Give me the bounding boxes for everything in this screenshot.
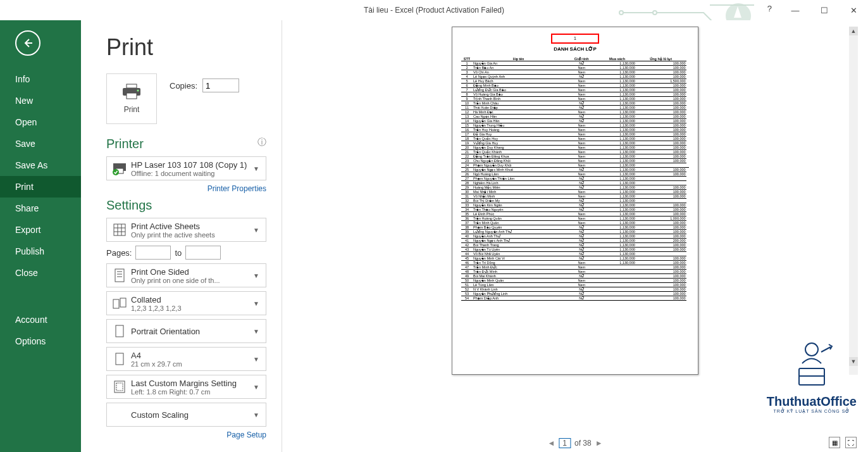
svg-rect-5: [127, 93, 137, 99]
collate-icon: [111, 294, 128, 312]
print-scope-select[interactable]: Print Active SheetsOnly print the active…: [106, 218, 266, 242]
back-button[interactable]: [15, 30, 40, 56]
table-row: 39Lương Nguyễn Anh ThưNữ1,130,000100,000: [461, 230, 689, 234]
collate-select[interactable]: Collated1,2,3 1,2,3 1,2,3 ▼: [106, 291, 266, 315]
table-row: 47Trần Minh ĐứcNam100,000: [461, 265, 689, 270]
table-row: 52N V Khánh LinhNữ100,000: [461, 287, 689, 292]
table-row: 54Phạm Diệp AnhNữ100,000: [461, 296, 689, 301]
table-row: 31Vũ Nhật MinhNam1,130,000100,000: [461, 194, 689, 199]
page-navigator: ◄ 1 of 38 ►: [547, 438, 602, 448]
table-row: 21Trần Quốc KhánhNam1,130,000100,000: [461, 150, 689, 154]
table-row: 43Nguyễn Tú UyênNữ1,130,000100,000: [461, 248, 689, 252]
table-row: 2Trần Bảo AnNam1,130,000100,000: [461, 66, 689, 70]
print-preview: 1 DANH SÁCH LỚP STTHọ tênGiới tínhMua sá…: [282, 20, 868, 452]
table-row: 25Nguyễn Ngọc Minh KhuêNữ1,130,000100,00…: [461, 168, 689, 172]
sidebar-item-publish[interactable]: Publish: [0, 241, 81, 262]
sidebar-item-new[interactable]: New: [0, 90, 81, 111]
table-row: 32Bùi Thị Diễm MyNữ1,130,000: [461, 199, 689, 203]
printer-heading: Printer: [106, 137, 266, 151]
sidebar-item-options[interactable]: Options: [0, 330, 81, 352]
pages-label: Pages:: [106, 248, 132, 258]
table-row: 15Nguyễn Trung HiếuNam1,130,000100,000: [461, 123, 689, 128]
sidebar-item-account[interactable]: Account: [0, 309, 81, 330]
print-button[interactable]: Print: [106, 73, 157, 124]
sheets-icon: [111, 221, 128, 239]
preview-table: STTHọ tênGiới tínhMua sáchÚng hộ lũ lụt …: [461, 57, 689, 301]
prev-page-button[interactable]: ◄: [547, 439, 555, 448]
table-row: 34Trần Thảo NguyênNữ1,130,000100,000: [461, 208, 689, 212]
table-row: 18Trần Quốc HuyNam1,130,000100,000: [461, 137, 689, 141]
titlebar: Tài lieu - Excel (Product Activation Fai…: [0, 0, 868, 20]
sidebar-item-info[interactable]: Info: [0, 68, 81, 90]
sidebar-item-print[interactable]: Print: [0, 176, 81, 198]
sides-select[interactable]: Print One SidedOnly print on one side of…: [106, 263, 266, 287]
table-row: 50Nguyễn Minh QuânNam100,000: [461, 279, 689, 283]
printer-properties-link[interactable]: Printer Properties: [106, 184, 266, 193]
svg-point-1: [653, 11, 657, 15]
table-row: 36Trần Hoàng QuânNam1,130,0001,000,000: [461, 217, 689, 221]
preview-scrollbar[interactable]: ▲ ▼: [849, 27, 858, 375]
zoom-to-page-button[interactable]: ⛶: [845, 437, 857, 448]
table-row: 51Lê Tùng LâmNam100,000: [461, 283, 689, 287]
table-row: 53Nguyễn Phương LinhNữ100,000: [461, 292, 689, 296]
copies-label: Copies:: [170, 81, 197, 91]
table-row: 12Hà Minh ĐạtNam1,130,000100,000: [461, 110, 689, 115]
table-row: 14Nguyễn Gia HânNữ1,130,000100,000: [461, 119, 689, 123]
preview-title: DANH SÁCH LỚP: [461, 46, 689, 52]
copies-input[interactable]: [202, 78, 239, 92]
orientation-select[interactable]: Portrait Orientation ▼: [106, 319, 266, 343]
svg-rect-3: [127, 84, 137, 88]
table-row: 29Hoàng Mộc MiênNữ1,130,000100,000: [461, 185, 689, 190]
minimize-button[interactable]: —: [781, 0, 810, 20]
table-row: 8Vũ Hoàng Gia BảoNam1,130,000100,000: [461, 92, 689, 97]
svg-rect-11: [115, 269, 124, 282]
close-button[interactable]: ✕: [839, 0, 868, 20]
portrait-icon: [111, 322, 128, 340]
table-row: 48Trần Đức MinhNam100,000: [461, 270, 689, 274]
table-row: 26Ngô Hoàng LâmNam1,130,000100,000: [461, 172, 689, 177]
sidebar-item-close[interactable]: Close: [0, 262, 81, 284]
svg-rect-19: [799, 368, 824, 385]
printer-select[interactable]: HP Laser 103 107 108 (Copy 1) Offline: 1…: [106, 156, 266, 180]
printer-status-icon: [111, 160, 128, 177]
maximize-button[interactable]: ☐: [810, 0, 839, 20]
help-button[interactable]: ?: [767, 4, 772, 13]
pages-from-input[interactable]: [135, 246, 171, 260]
table-row: 5Lê Huy BáchNam1,130,0001,500,000: [461, 79, 689, 84]
table-row: 37Trần Minh QuânNam1,130,000100,000: [461, 221, 689, 225]
header-highlight: 1: [551, 34, 599, 44]
page-setup-link[interactable]: Page Setup: [106, 430, 266, 439]
table-row: 38Phạm Bảo QuyênNữ1,130,000100,000: [461, 225, 689, 230]
printer-icon: [121, 84, 142, 100]
sidebar-item-export[interactable]: Export: [0, 219, 81, 241]
svg-point-18: [805, 343, 818, 356]
scroll-down-icon: ▼: [849, 357, 858, 366]
table-row: 45Nguyễn Minh Cát ViNữ1,130,000100,000: [461, 256, 689, 261]
pages-to-input[interactable]: [185, 246, 221, 260]
sidebar-item-save[interactable]: Save: [0, 133, 81, 154]
svg-rect-12: [113, 299, 119, 308]
show-margins-button[interactable]: ▦: [829, 437, 840, 448]
page-of-label: of 38: [574, 439, 592, 448]
info-icon[interactable]: ⓘ: [257, 137, 266, 148]
margins-icon: [111, 378, 128, 396]
svg-rect-17: [116, 383, 123, 391]
margins-select[interactable]: Last Custom Margins SettingLeft: 1.8 cm …: [106, 375, 266, 399]
scaling-select[interactable]: Custom Scaling ▼: [106, 403, 266, 427]
table-row: 17Đỗ Gia HuyNam1,130,000100,000: [461, 132, 689, 137]
paper-size-select[interactable]: A421 cm x 29.7 cm ▼: [106, 347, 266, 371]
table-row: 22Đặng Trần Đăng KhoaNam1,130,000100,000: [461, 154, 689, 159]
table-row: 27Phạm Nguyễn Thiện LâmNữ1,130,000: [461, 177, 689, 181]
table-row: 24Phạm Nguyễn Duy KhôiNam1,130,000: [461, 163, 689, 168]
sidebar-item-save-as[interactable]: Save As: [0, 154, 81, 176]
sidebar-item-open[interactable]: Open: [0, 111, 81, 133]
current-page[interactable]: 1: [559, 438, 571, 448]
sidebar-item-share[interactable]: Share: [0, 198, 81, 219]
scroll-up-icon: ▲: [849, 27, 858, 35]
next-page-button[interactable]: ►: [595, 439, 603, 448]
svg-point-0: [619, 11, 623, 15]
print-panel: Print Print Copies: ⓘ Printer: [81, 20, 282, 452]
table-row: 4Lê Ngọc Quỳnh AnhNữ1,130,000100,000: [461, 75, 689, 79]
table-row: 19Vương Gia HuyNam1,130,000100,000: [461, 141, 689, 146]
table-row: 41Nguyễn Ngọc Anh ThưNữ1,130,000200,000: [461, 239, 689, 243]
